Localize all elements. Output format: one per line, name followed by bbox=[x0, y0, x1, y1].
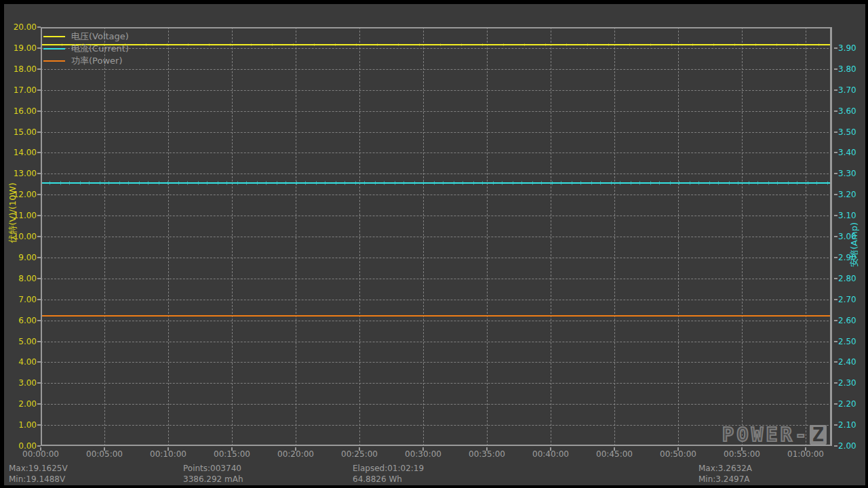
left-axis-tick bbox=[37, 236, 41, 237]
right-axis-tick bbox=[834, 131, 837, 133]
status-elapsed: Elapsed:01:02:19 64.8826 Wh bbox=[353, 463, 424, 485]
x-axis-tick-label: 00:30:00 bbox=[396, 449, 450, 459]
x-axis-tick bbox=[167, 447, 169, 451]
left-axis-tick bbox=[37, 131, 41, 133]
right-axis-tick-label: 3.70 bbox=[838, 85, 856, 95]
gridline-vertical bbox=[168, 27, 169, 446]
left-axis-tick bbox=[37, 68, 41, 70]
right-axis-tick-label: 2.90 bbox=[838, 253, 856, 262]
x-axis-tick bbox=[550, 447, 551, 451]
energy-wh: 64.8826 Wh bbox=[353, 474, 424, 485]
x-axis-tick-label: 00:25:00 bbox=[332, 449, 387, 459]
gridline-horizontal bbox=[41, 69, 832, 70]
left-axis-tick-label: 1.00 bbox=[4, 420, 37, 430]
gridline-vertical bbox=[487, 27, 488, 446]
gridline-vertical bbox=[614, 27, 615, 446]
legend-item-label: 电压(Voltage) bbox=[71, 30, 129, 43]
left-axis-tick bbox=[37, 152, 41, 153]
x-axis-tick bbox=[104, 447, 105, 451]
right-axis-tick-label: 2.60 bbox=[838, 316, 856, 325]
x-axis-tick-label: 01:00:00 bbox=[778, 449, 833, 459]
legend-line-swatch bbox=[43, 48, 65, 49]
series-line-current bbox=[41, 182, 832, 184]
gridline-vertical bbox=[551, 27, 551, 446]
x-axis-tick bbox=[805, 447, 806, 451]
right-axis-tick-label: 3.90 bbox=[838, 43, 856, 53]
gridline-vertical bbox=[104, 27, 105, 446]
right-axis-tick-label: 2.50 bbox=[838, 337, 856, 346]
left-axis-tick-label: 5.00 bbox=[4, 337, 37, 346]
right-axis-tick-label: 2.20 bbox=[838, 399, 856, 409]
gridline-horizontal bbox=[41, 174, 832, 174]
gridline-vertical bbox=[742, 27, 743, 446]
x-axis-tick-label: 00:40:00 bbox=[524, 449, 578, 459]
legend-item: 电压(Voltage) bbox=[43, 30, 129, 43]
x-axis-tick bbox=[741, 447, 743, 451]
right-axis-tick-label: 3.50 bbox=[838, 127, 856, 137]
elapsed-time: Elapsed:01:02:19 bbox=[353, 463, 424, 474]
chart-panel: 伏特(V)/(10W) 安培(Amp) 电压(Voltage)电流(Curren… bbox=[4, 4, 865, 485]
left-axis-tick bbox=[37, 47, 41, 49]
status-voltage: Max:19.1625V Min:19.1488V bbox=[9, 463, 68, 485]
right-axis-tick-label: 3.10 bbox=[838, 211, 856, 220]
left-axis-tick bbox=[37, 194, 41, 195]
right-axis-tick bbox=[834, 382, 837, 384]
gridline-horizontal bbox=[41, 383, 832, 384]
left-axis-tick bbox=[37, 424, 41, 426]
left-axis-tick bbox=[37, 341, 41, 342]
left-axis-tick bbox=[37, 320, 41, 321]
x-axis-tick bbox=[40, 447, 41, 451]
right-axis-tick bbox=[834, 320, 837, 321]
right-axis-tick-label: 2.30 bbox=[838, 378, 856, 388]
left-axis-tick-label: 14.00 bbox=[4, 148, 37, 157]
right-axis-tick bbox=[834, 110, 837, 112]
x-axis-tick bbox=[359, 447, 360, 451]
left-axis-tick-label: 2.00 bbox=[4, 399, 37, 409]
status-current: Max:3.2632A Min:3.2497A bbox=[698, 463, 752, 485]
right-axis-tick bbox=[834, 424, 837, 426]
x-axis-tick-label: 00:45:00 bbox=[587, 449, 642, 459]
gridline-horizontal bbox=[41, 237, 832, 237]
right-axis-tick bbox=[834, 257, 837, 258]
left-axis-tick-label: 4.00 bbox=[4, 357, 37, 367]
right-axis-tick-label: 2.80 bbox=[838, 274, 856, 283]
power-z-logo: POWER-Z bbox=[722, 425, 827, 445]
right-axis-tick bbox=[834, 47, 837, 49]
legend-line-swatch bbox=[43, 60, 65, 62]
left-axis-tick bbox=[37, 26, 41, 28]
left-axis-tick-label: 7.00 bbox=[4, 295, 37, 304]
right-axis-tick bbox=[834, 299, 837, 300]
x-axis-tick bbox=[295, 447, 296, 451]
right-axis-tick bbox=[834, 68, 837, 70]
left-axis-tick bbox=[37, 299, 41, 300]
right-axis-tick bbox=[834, 341, 837, 342]
right-axis-tick bbox=[834, 194, 837, 195]
left-axis-tick bbox=[37, 257, 41, 258]
gridline-vertical bbox=[296, 27, 296, 446]
series-line-voltage bbox=[41, 44, 832, 45]
left-axis-tick bbox=[37, 403, 41, 405]
series-line-power bbox=[41, 315, 832, 317]
right-axis-tick bbox=[834, 215, 837, 216]
left-axis-tick-label: 10.00 bbox=[4, 232, 37, 241]
left-axis-tick-label: 3.00 bbox=[4, 378, 37, 388]
x-axis-tick-label: 00:20:00 bbox=[269, 449, 323, 459]
right-axis-tick bbox=[834, 173, 837, 174]
left-axis-tick bbox=[37, 382, 41, 384]
gridline-horizontal bbox=[41, 425, 832, 426]
x-axis-tick-label: 00:05:00 bbox=[77, 449, 132, 459]
right-axis-tick bbox=[834, 361, 837, 363]
left-axis-tick-label: 18.00 bbox=[4, 64, 37, 74]
right-axis-tick-label: 3.60 bbox=[838, 106, 856, 116]
gridline-horizontal bbox=[41, 111, 832, 112]
legend-item-label: 功率(Power) bbox=[71, 55, 122, 67]
gridline-horizontal bbox=[41, 90, 832, 91]
right-axis-tick-label: 3.40 bbox=[838, 148, 856, 157]
plot-area[interactable]: 电压(Voltage)电流(Current)功率(Power) POWER-Z bbox=[41, 27, 832, 446]
right-axis-tick-label: 3.20 bbox=[838, 190, 856, 199]
gridline-horizontal bbox=[41, 258, 832, 258]
right-axis-tick-label: 3.00 bbox=[838, 232, 856, 241]
x-axis-tick bbox=[614, 447, 615, 451]
x-axis-tick bbox=[231, 447, 233, 451]
gridline-vertical bbox=[678, 27, 679, 446]
